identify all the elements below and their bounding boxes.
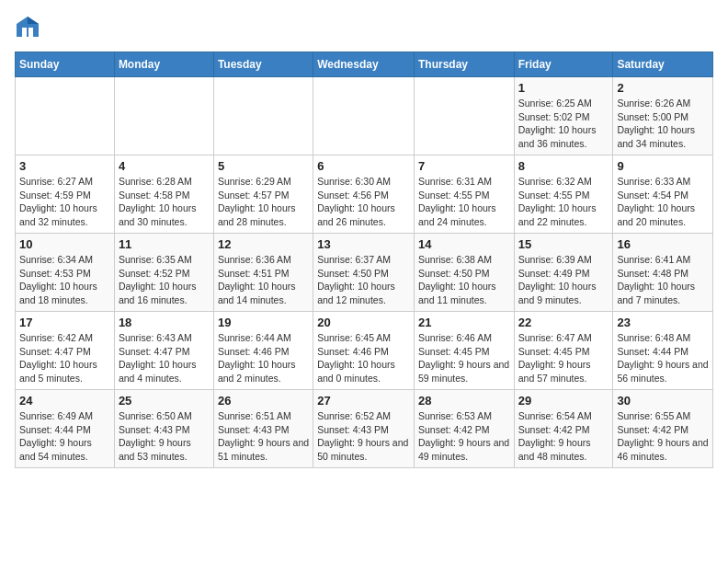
day-info: Sunrise: 6:31 AM Sunset: 4:55 PM Dayligh… [418, 175, 510, 229]
calendar-cell: 24Sunrise: 6:49 AM Sunset: 4:44 PM Dayli… [16, 390, 115, 468]
calendar-cell: 16Sunrise: 6:41 AM Sunset: 4:48 PM Dayli… [613, 234, 713, 312]
calendar-table: SundayMondayTuesdayWednesdayThursdayFrid… [15, 52, 713, 468]
calendar-cell: 19Sunrise: 6:44 AM Sunset: 4:46 PM Dayli… [213, 312, 313, 390]
day-info: Sunrise: 6:28 AM Sunset: 4:58 PM Dayligh… [119, 175, 210, 229]
calendar-cell [213, 77, 313, 155]
calendar-cell: 17Sunrise: 6:42 AM Sunset: 4:47 PM Dayli… [16, 312, 115, 390]
day-info: Sunrise: 6:38 AM Sunset: 4:50 PM Dayligh… [418, 253, 510, 307]
calendar-cell [16, 77, 115, 155]
day-info: Sunrise: 6:54 AM Sunset: 4:42 PM Dayligh… [518, 409, 609, 464]
calendar-cell: 9Sunrise: 6:33 AM Sunset: 4:54 PM Daylig… [613, 155, 713, 234]
day-number: 7 [418, 159, 510, 173]
calendar-cell: 1Sunrise: 6:25 AM Sunset: 5:02 PM Daylig… [514, 77, 613, 155]
calendar-cell: 29Sunrise: 6:54 AM Sunset: 4:42 PM Dayli… [514, 390, 613, 468]
weekday-header: Wednesday [313, 52, 415, 77]
day-info: Sunrise: 6:52 AM Sunset: 4:43 PM Dayligh… [317, 409, 410, 464]
calendar-cell: 18Sunrise: 6:43 AM Sunset: 4:47 PM Dayli… [114, 312, 213, 390]
day-info: Sunrise: 6:36 AM Sunset: 4:51 PM Dayligh… [218, 253, 309, 307]
weekday-header: Monday [114, 52, 213, 77]
weekday-header: Friday [514, 52, 613, 77]
weekday-header: Thursday [414, 52, 514, 77]
weekday-header: Tuesday [213, 52, 313, 77]
calendar-week-row: 10Sunrise: 6:34 AM Sunset: 4:53 PM Dayli… [16, 234, 713, 312]
logo-icon [15, 15, 40, 40]
calendar-cell: 26Sunrise: 6:51 AM Sunset: 4:43 PM Dayli… [213, 390, 313, 468]
calendar-cell: 12Sunrise: 6:36 AM Sunset: 4:51 PM Dayli… [213, 234, 313, 312]
day-number: 23 [617, 316, 709, 329]
day-number: 17 [19, 316, 110, 329]
calendar-cell [414, 77, 514, 155]
calendar-cell: 7Sunrise: 6:31 AM Sunset: 4:55 PM Daylig… [414, 155, 514, 234]
day-number: 21 [418, 316, 510, 329]
day-info: Sunrise: 6:55 AM Sunset: 4:42 PM Dayligh… [617, 409, 709, 464]
day-info: Sunrise: 6:27 AM Sunset: 4:59 PM Dayligh… [19, 175, 110, 229]
day-info: Sunrise: 6:42 AM Sunset: 4:47 PM Dayligh… [19, 331, 110, 385]
day-info: Sunrise: 6:43 AM Sunset: 4:47 PM Dayligh… [119, 331, 210, 385]
day-number: 13 [317, 237, 410, 251]
calendar-cell: 8Sunrise: 6:32 AM Sunset: 4:55 PM Daylig… [514, 155, 613, 234]
day-number: 26 [218, 394, 309, 408]
day-info: Sunrise: 6:37 AM Sunset: 4:50 PM Dayligh… [317, 253, 410, 307]
calendar-week-row: 3Sunrise: 6:27 AM Sunset: 4:59 PM Daylig… [16, 155, 713, 234]
day-number: 24 [19, 394, 110, 408]
day-number: 9 [617, 159, 709, 173]
calendar-cell: 6Sunrise: 6:30 AM Sunset: 4:56 PM Daylig… [313, 155, 415, 234]
calendar-cell: 14Sunrise: 6:38 AM Sunset: 4:50 PM Dayli… [414, 234, 514, 312]
day-number: 27 [317, 394, 410, 408]
day-number: 19 [218, 316, 309, 329]
day-number: 1 [518, 81, 609, 95]
calendar-cell: 27Sunrise: 6:52 AM Sunset: 4:43 PM Dayli… [313, 390, 415, 468]
day-number: 14 [418, 237, 510, 251]
day-info: Sunrise: 6:49 AM Sunset: 4:44 PM Dayligh… [19, 409, 110, 464]
calendar-cell: 13Sunrise: 6:37 AM Sunset: 4:50 PM Dayli… [313, 234, 415, 312]
calendar-week-row: 24Sunrise: 6:49 AM Sunset: 4:44 PM Dayli… [16, 390, 713, 468]
day-info: Sunrise: 6:53 AM Sunset: 4:42 PM Dayligh… [418, 409, 510, 464]
calendar-cell: 22Sunrise: 6:47 AM Sunset: 4:45 PM Dayli… [514, 312, 613, 390]
day-number: 16 [617, 237, 709, 251]
day-number: 6 [317, 159, 410, 173]
day-info: Sunrise: 6:51 AM Sunset: 4:43 PM Dayligh… [218, 409, 309, 464]
day-info: Sunrise: 6:30 AM Sunset: 4:56 PM Dayligh… [317, 175, 410, 229]
day-number: 29 [518, 394, 609, 408]
day-number: 22 [518, 316, 609, 329]
day-number: 10 [19, 237, 110, 251]
day-info: Sunrise: 6:33 AM Sunset: 4:54 PM Dayligh… [617, 175, 709, 229]
day-number: 30 [617, 394, 709, 408]
day-info: Sunrise: 6:44 AM Sunset: 4:46 PM Dayligh… [218, 331, 309, 385]
calendar-cell: 25Sunrise: 6:50 AM Sunset: 4:43 PM Dayli… [114, 390, 213, 468]
calendar-cell: 30Sunrise: 6:55 AM Sunset: 4:42 PM Dayli… [613, 390, 713, 468]
day-info: Sunrise: 6:50 AM Sunset: 4:43 PM Dayligh… [119, 409, 210, 464]
svg-marker-1 [28, 17, 39, 24]
weekday-header: Sunday [16, 52, 115, 77]
day-number: 2 [617, 81, 709, 95]
calendar-cell: 21Sunrise: 6:46 AM Sunset: 4:45 PM Dayli… [414, 312, 514, 390]
calendar-cell [313, 77, 415, 155]
day-info: Sunrise: 6:25 AM Sunset: 5:02 PM Dayligh… [518, 97, 609, 151]
day-number: 28 [418, 394, 510, 408]
calendar-cell: 10Sunrise: 6:34 AM Sunset: 4:53 PM Dayli… [16, 234, 115, 312]
day-number: 4 [119, 159, 210, 173]
calendar-cell: 20Sunrise: 6:45 AM Sunset: 4:46 PM Dayli… [313, 312, 415, 390]
svg-rect-2 [22, 28, 27, 37]
calendar-cell: 11Sunrise: 6:35 AM Sunset: 4:52 PM Dayli… [114, 234, 213, 312]
day-info: Sunrise: 6:39 AM Sunset: 4:49 PM Dayligh… [518, 253, 609, 307]
day-info: Sunrise: 6:45 AM Sunset: 4:46 PM Dayligh… [317, 331, 410, 385]
calendar-cell: 23Sunrise: 6:48 AM Sunset: 4:44 PM Dayli… [613, 312, 713, 390]
calendar-cell: 4Sunrise: 6:28 AM Sunset: 4:58 PM Daylig… [114, 155, 213, 234]
calendar-week-row: 17Sunrise: 6:42 AM Sunset: 4:47 PM Dayli… [16, 312, 713, 390]
day-info: Sunrise: 6:48 AM Sunset: 4:44 PM Dayligh… [617, 331, 709, 385]
weekday-header-row: SundayMondayTuesdayWednesdayThursdayFrid… [16, 52, 713, 77]
day-number: 3 [19, 159, 110, 173]
weekday-header: Saturday [613, 52, 713, 77]
calendar-cell [114, 77, 213, 155]
svg-rect-3 [28, 28, 33, 37]
calendar-cell: 15Sunrise: 6:39 AM Sunset: 4:49 PM Dayli… [514, 234, 613, 312]
day-info: Sunrise: 6:29 AM Sunset: 4:57 PM Dayligh… [218, 175, 309, 229]
day-number: 20 [317, 316, 410, 329]
day-number: 8 [518, 159, 609, 173]
day-number: 5 [218, 159, 309, 173]
calendar-cell: 2Sunrise: 6:26 AM Sunset: 5:00 PM Daylig… [613, 77, 713, 155]
day-info: Sunrise: 6:34 AM Sunset: 4:53 PM Dayligh… [19, 253, 110, 307]
day-number: 25 [119, 394, 210, 408]
calendar-cell: 3Sunrise: 6:27 AM Sunset: 4:59 PM Daylig… [16, 155, 115, 234]
